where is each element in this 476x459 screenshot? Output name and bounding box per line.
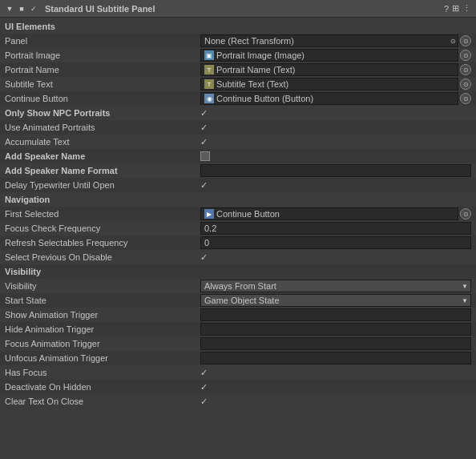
inspector-content: UI Elements Panel None (Rect Transform) … (0, 18, 476, 410)
start-state-dropdown[interactable]: Game Object State ▼ (200, 294, 471, 307)
add-speaker-name-format-label: Add Speaker Name Format (5, 166, 200, 175)
use-animated-value: ✓ (200, 123, 471, 133)
continue-button-field[interactable]: ◉ Continue Button (Button) (200, 92, 458, 105)
add-speaker-name-label: Add Speaker Name (5, 151, 200, 161)
navigation-label: Navigation (5, 195, 200, 204)
portrait-name-icon: T (204, 65, 214, 74)
refresh-selectables-label: Refresh Selectables Frequency (5, 238, 200, 248)
first-selected-circle-btn[interactable]: ⊙ (460, 208, 471, 219)
add-speaker-name-row: Add Speaker Name (0, 149, 476, 163)
show-anim-trigger-field[interactable] (200, 308, 471, 321)
first-selected-value: ▶ Continue Button ⊙ (200, 207, 471, 220)
delay-typewriter-check[interactable]: ✓ (200, 180, 208, 191)
use-animated-row: Use Animated Portraits ✓ (0, 120, 476, 135)
visibility-dropdown[interactable]: Always From Start ▼ (200, 280, 471, 292)
unfocus-anim-trigger-field[interactable] (200, 352, 471, 364)
deactivate-on-hidden-value: ✓ (200, 382, 471, 393)
first-selected-icon: ▶ (204, 209, 214, 219)
portrait-name-row: Portrait Name T Portrait Name (Text) ⊙ (0, 62, 476, 77)
focus-check-freq-value: 0.2 (200, 222, 471, 235)
help-icon[interactable]: ? (444, 4, 449, 14)
deactivate-on-hidden-label: Deactivate On Hidden (5, 382, 200, 392)
portrait-image-circle-btn[interactable]: ⊙ (460, 50, 471, 61)
panel-arrow: ⊙ (450, 38, 456, 45)
accumulate-text-check[interactable]: ✓ (200, 137, 208, 147)
delay-typewriter-value: ✓ (200, 180, 471, 191)
add-speaker-name-value (200, 151, 471, 161)
unfocus-anim-trigger-label: Unfocus Animation Trigger (5, 353, 200, 363)
title-bar-right: ? ⊞ ⋮ (444, 3, 471, 14)
has-focus-value: ✓ (200, 368, 471, 378)
active-icon[interactable]: ■ (17, 4, 26, 14)
first-selected-field[interactable]: ▶ Continue Button (200, 207, 458, 220)
delay-typewriter-label: Delay Typewriter Until Open (5, 180, 200, 190)
subtitle-text-icon: T (204, 79, 214, 89)
panel-row: Panel None (Rect Transform) ⊙ ⊙ (0, 34, 476, 48)
portrait-image-value: ▣ Portrait Image (Image) ⊙ (200, 49, 471, 62)
visibility-header-row: Visibility (0, 264, 476, 279)
accumulate-text-label: Accumulate Text (5, 137, 200, 147)
only-show-npc-check[interactable]: ✓ (200, 108, 208, 119)
show-anim-trigger-label: Show Animation Trigger (5, 310, 200, 320)
focus-check-freq-input[interactable]: 0.2 (200, 222, 471, 235)
focus-check-freq-row: Focus Check Frequency 0.2 (0, 221, 476, 236)
delay-typewriter-row: Delay Typewriter Until Open ✓ (0, 178, 476, 192)
visibility-value: Always From Start ▼ (200, 280, 471, 292)
portrait-name-field[interactable]: T Portrait Name (Text) (200, 63, 458, 76)
deactivate-on-hidden-check[interactable]: ✓ (200, 382, 208, 393)
start-state-dropdown-arrow: ▼ (462, 297, 468, 304)
portrait-name-label: Portrait Name (5, 65, 200, 74)
focus-anim-trigger-row: Focus Animation Trigger (0, 336, 476, 351)
start-state-row: Start State Game Object State ▼ (0, 293, 476, 308)
check-icon[interactable]: ✓ (29, 4, 38, 14)
show-anim-trigger-value (200, 308, 471, 321)
portrait-name-circle-btn[interactable]: ⊙ (460, 64, 471, 75)
title-bar-icons: ▼ ■ ✓ (5, 4, 38, 14)
refresh-selectables-value: 0 (200, 236, 471, 249)
deactivate-on-hidden-row: Deactivate On Hidden ✓ (0, 380, 476, 394)
subtitle-text-field[interactable]: T Subtitle Text (Text) (200, 78, 458, 91)
continue-button-value: ◉ Continue Button (Button) ⊙ (200, 92, 471, 105)
add-speaker-name-checkbox[interactable] (200, 151, 210, 161)
continue-button-icon: ◉ (204, 94, 214, 103)
continue-button-row: Continue Button ◉ Continue Button (Butto… (0, 91, 476, 106)
has-focus-check[interactable]: ✓ (200, 368, 208, 378)
add-speaker-name-format-value (200, 164, 471, 177)
layout-icon[interactable]: ⊞ (452, 3, 459, 14)
menu-icon[interactable]: ⋮ (462, 3, 471, 14)
ui-elements-header: UI Elements (0, 19, 476, 34)
focus-check-freq-label: Focus Check Frequency (5, 223, 200, 233)
panel-title: Standard UI Subtitle Panel (45, 4, 441, 14)
focus-anim-trigger-value (200, 337, 471, 350)
continue-button-circle-btn[interactable]: ⊙ (460, 93, 471, 104)
clear-text-on-close-check[interactable]: ✓ (200, 397, 208, 407)
focus-anim-trigger-field[interactable] (200, 337, 471, 350)
subtitle-text-circle-btn[interactable]: ⊙ (460, 79, 471, 90)
subtitle-text-label: Subtitle Text (5, 79, 200, 89)
title-bar: ▼ ■ ✓ Standard UI Subtitle Panel ? ⊞ ⋮ (0, 0, 476, 18)
use-animated-check[interactable]: ✓ (200, 123, 208, 133)
show-anim-trigger-row: Show Animation Trigger (0, 308, 476, 322)
panel-field[interactable]: None (Rect Transform) ⊙ (200, 34, 458, 47)
use-animated-label: Use Animated Portraits (5, 123, 200, 132)
portrait-name-value: T Portrait Name (Text) ⊙ (200, 63, 471, 76)
add-speaker-name-format-field[interactable] (200, 164, 471, 177)
only-show-npc-label: Only Show NPC Portraits (5, 108, 200, 118)
visibility-label: Visibility (5, 281, 200, 291)
navigation-row: Navigation (0, 192, 476, 207)
clear-text-on-close-value: ✓ (200, 397, 471, 407)
first-selected-label: First Selected (5, 209, 200, 219)
collapse-icon[interactable]: ▼ (5, 4, 14, 14)
unfocus-anim-trigger-value (200, 352, 471, 364)
start-state-value: Game Object State ▼ (200, 294, 471, 307)
subtitle-text-value: T Subtitle Text (Text) ⊙ (200, 78, 471, 91)
select-previous-label: Select Previous On Disable (5, 252, 200, 262)
portrait-image-field[interactable]: ▣ Portrait Image (Image) (200, 49, 458, 62)
refresh-selectables-input[interactable]: 0 (200, 236, 471, 249)
panel-circle-btn[interactable]: ⊙ (460, 35, 471, 46)
hide-anim-trigger-value (200, 323, 471, 336)
portrait-image-icon: ▣ (204, 50, 214, 60)
hide-anim-trigger-field[interactable] (200, 323, 471, 336)
select-previous-check[interactable]: ✓ (200, 252, 208, 263)
only-show-npc-row: Only Show NPC Portraits ✓ (0, 106, 476, 120)
